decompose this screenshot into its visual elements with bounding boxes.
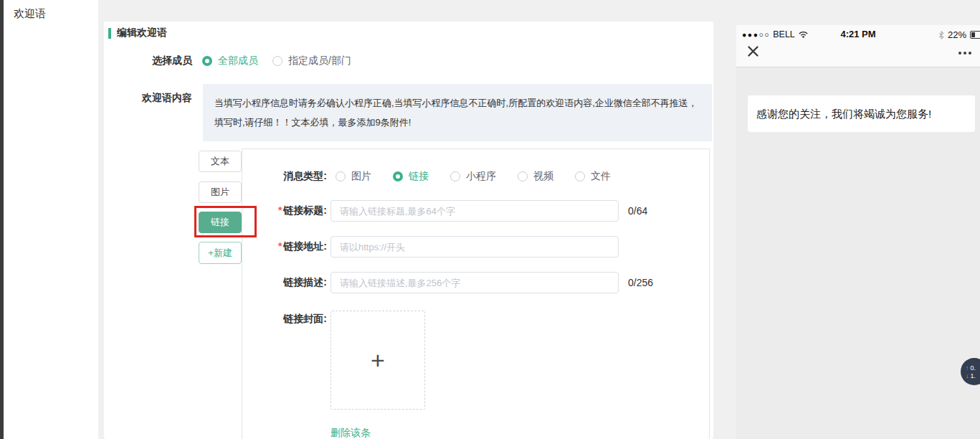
link-form-panel: 消息类型: 图片 链接 小程序 [242,148,710,439]
bluetooth-icon [938,31,944,39]
tab-image[interactable]: 图片 [199,181,242,203]
link-title-input[interactable] [330,200,619,222]
radio-unselected-icon [272,56,282,66]
phone-nav-bar [736,41,980,67]
download-arrow-icon: ↓ [966,372,969,379]
required-asterisk: * [278,204,282,216]
radio-type-video[interactable]: 视频 [518,170,553,183]
radio-all-members[interactable]: 全部成员 [202,55,258,67]
app-canvas: 欢迎语 编辑欢迎语 选择成员 全部成员 指定成员/部门 欢迎语内容 当填写小程序… [0,0,980,439]
radio-type-image-label: 图片 [351,170,371,183]
required-asterisk: * [278,240,282,252]
link-desc-row: 链接描述: 0/256 [242,272,653,293]
upload-speed-value: 0. [971,364,976,372]
phone-preview: ●●●○○ BELL 4:21 PM 22% [736,25,980,439]
link-url-row: *链接地址: [242,236,619,258]
link-title-label: *链接标题: [242,204,327,217]
link-title-row: *链接标题: 0/64 [242,200,647,222]
battery-percent-label: 22% [948,29,966,40]
link-desc-label: 链接描述: [242,276,327,289]
member-select-label: 选择成员 [104,55,192,67]
more-options-icon[interactable] [958,52,971,55]
download-speed-value: 1. [971,372,976,379]
link-title-label-text: 链接标题: [283,204,327,216]
welcome-content-notice: 当填写小程序信息时请务必确认小程序正确,当填写小程序信息不正确时,所配置的欢迎语… [203,84,712,141]
welcome-message-bubble: 感谢您的关注，我们将竭诚为您服务! [748,95,975,132]
welcome-content-row: 欢迎语内容 当填写小程序信息时请务必确认小程序正确,当填写小程序信息不正确时,所… [104,84,712,141]
section-header: 编辑欢迎语 [108,27,167,39]
link-url-label-text: 链接地址: [283,240,327,252]
cover-upload-box[interactable]: + [330,311,425,410]
link-url-label: *链接地址: [242,240,327,253]
link-cover-label: 链接封面: [242,311,327,326]
add-attachment-button[interactable]: +新建 [199,242,242,264]
tab-link[interactable]: 链接 [199,212,242,233]
battery-icon [970,31,980,39]
radio-type-file[interactable]: 文件 [575,170,611,183]
message-type-row: 消息类型: 图片 链接 小程序 [242,169,611,184]
radio-type-link-label: 链接 [409,170,429,183]
radio-type-video-label: 视频 [533,170,553,183]
link-title-counter: 0/64 [628,205,647,217]
section-accent-bar [108,28,111,39]
delete-item-link[interactable]: 删除该条 [330,427,371,439]
sidebar: 欢迎语 [4,0,98,439]
radio-selected-icon [202,56,212,66]
member-select-row: 选择成员 全部成员 指定成员/部门 [104,54,351,68]
member-select-radio-group: 全部成员 指定成员/部门 [202,55,351,67]
link-desc-counter: 0/256 [628,277,653,288]
radio-specified-members-label: 指定成员/部门 [288,55,351,67]
phone-status-bar: ●●●○○ BELL 4:21 PM 22% [736,28,980,41]
close-icon[interactable] [747,45,759,60]
status-right: 22% [938,29,980,40]
upload-arrow-icon: ↑ [966,364,969,372]
radio-type-miniprogram-label: 小程序 [466,170,496,183]
message-type-radio-group: 图片 链接 小程序 视频 [336,170,611,183]
link-cover-row: 链接封面: + [242,311,425,410]
message-type-label: 消息类型: [242,170,327,183]
radio-unselected-icon [450,171,460,181]
radio-all-members-label: 全部成员 [218,55,258,67]
radio-unselected-icon [575,171,585,181]
radio-type-image[interactable]: 图片 [336,170,371,183]
sidebar-item-welcome-message[interactable]: 欢迎语 [4,0,98,21]
radio-type-link[interactable]: 链接 [393,170,429,183]
tab-text[interactable]: 文本 [199,151,242,172]
radio-unselected-icon [518,171,528,181]
link-url-input[interactable] [330,236,619,258]
phone-chat-area: 感谢您的关注，我们将竭诚为您服务! [736,67,980,439]
radio-type-miniprogram[interactable]: 小程序 [450,170,496,183]
radio-unselected-icon [336,171,346,181]
plus-icon: + [371,348,385,372]
radio-specified-members[interactable]: 指定成员/部门 [272,55,351,67]
radio-type-file-label: 文件 [591,170,611,183]
radio-selected-icon [393,171,403,181]
link-desc-input[interactable] [330,272,619,293]
main-panel: 编辑欢迎语 选择成员 全部成员 指定成员/部门 欢迎语内容 当填写小程序信息时请… [104,22,713,439]
section-title: 编辑欢迎语 [117,27,167,39]
welcome-content-label: 欢迎语内容 [104,84,192,105]
